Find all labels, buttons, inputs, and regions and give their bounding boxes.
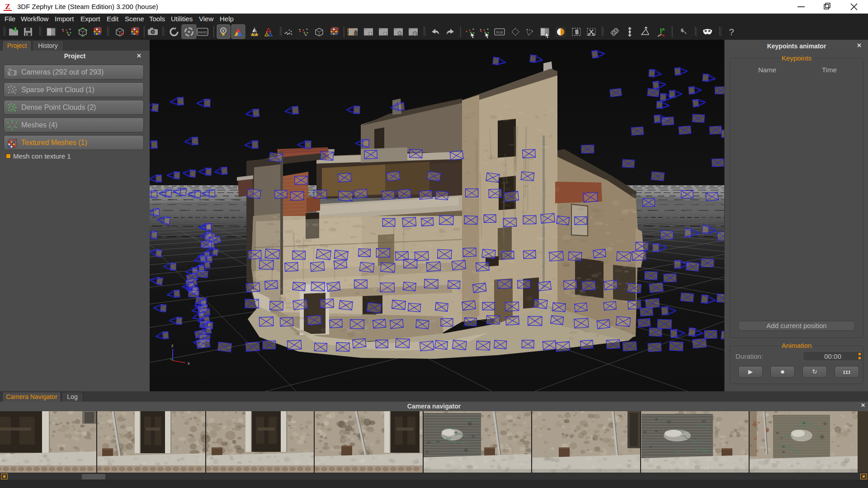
svg-text:RGB: RGB (496, 31, 503, 34)
svg-text:z: z (171, 343, 174, 348)
svg-text:WASD: WASD (198, 31, 208, 34)
svg-text:?: ? (729, 27, 734, 37)
svg-text:x: x (188, 361, 190, 366)
